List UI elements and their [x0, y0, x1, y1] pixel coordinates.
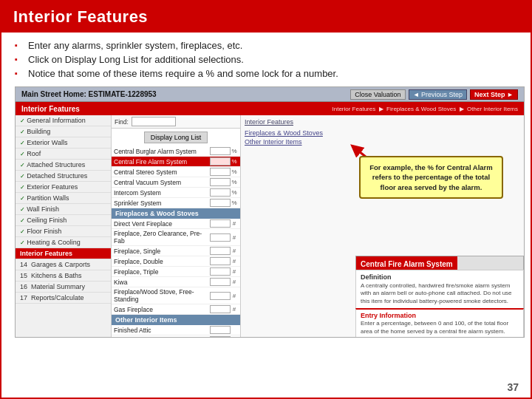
slide-title: Interior Features [1, 1, 531, 33]
other-items-header: Other Interior Items [112, 315, 240, 325]
single-input[interactable] [210, 247, 231, 255]
feature-row-sprinkler[interactable]: Sprinkler System % [112, 198, 240, 208]
top-bar: Main Street Home: ESTIMATE-1228953 Close… [16, 87, 524, 102]
sidebar-item-building[interactable]: Building [16, 126, 111, 137]
intercom-input[interactable] [210, 188, 231, 197]
feature-row-finished-attic[interactable]: Finished Attic [112, 325, 240, 335]
sidebar-item-garages[interactable]: 14 Garages & Carports [16, 259, 111, 270]
feature-row-vacuum[interactable]: Central Vacuum System % [112, 177, 240, 188]
estimate-label: Main Street Home: ESTIMATE-1228953 [21, 90, 157, 98]
sidebar-item-roof[interactable]: Roof [16, 149, 111, 160]
find-input[interactable] [132, 117, 176, 126]
vacuum-input[interactable] [210, 178, 231, 186]
tooltip-bubble: For example, the % for Central Alarm ref… [359, 156, 503, 199]
sidebar-item-heating[interactable]: Heating & Cooling [16, 237, 111, 248]
burglar-input[interactable] [210, 147, 231, 155]
feature-row-french-doors[interactable]: French Doors (count each door) # [112, 335, 240, 338]
bullet-2: Click on Display Long List for additiona… [15, 54, 517, 65]
feature-row-stereo[interactable]: Central Stereo System % [112, 167, 240, 177]
entry-info-box: Entry Information Enter a percentage, be… [355, 308, 524, 338]
section-title: Interior Features [21, 105, 80, 113]
freestanding-input[interactable] [210, 292, 231, 300]
bullet-1: Enter any alarms, sprinkler system, fire… [15, 40, 517, 51]
section-nav: Interior Features ▶ Fireplaces & Wood St… [332, 106, 519, 112]
right-link-fireplaces[interactable]: Fireplaces & Wood Stoves [241, 129, 524, 137]
find-label: Find: [115, 118, 129, 126]
stereo-input[interactable] [210, 168, 231, 176]
sidebar-item-exterior-walls[interactable]: Exterior Walls [16, 137, 111, 149]
right-panel-nav-link[interactable]: Interior Features [245, 118, 293, 126]
feature-row-zero-clearance[interactable]: Fireplace, Zero Clearance, Pre-Fab # [112, 229, 240, 246]
sidebar-item-reports[interactable]: 17 Reports/Calculate [16, 293, 111, 304]
page-number: 37 [507, 381, 519, 393]
sidebar-item-material[interactable]: 16 Material Summary [16, 282, 111, 293]
finished-attic-input[interactable] [210, 326, 231, 334]
feature-row-direct-vent[interactable]: Direct Vent Fireplace # [112, 219, 240, 229]
main-content: General Information Building Exterior Wa… [16, 115, 524, 338]
sidebar-item-wall-finish[interactable]: Wall Finish [16, 204, 111, 215]
feature-row-kiwa[interactable]: Kiwa # [112, 277, 240, 287]
triple-input[interactable] [210, 267, 231, 276]
fireplaces-header: Fireplaces & Wood Stoves [112, 208, 240, 219]
feature-row-freestanding[interactable]: Fireplace/Wood Stove, Free-Standing # [112, 287, 240, 304]
feature-row-gas[interactable]: Gas Fireplace # [112, 304, 240, 315]
feature-row-double[interactable]: Fireplace, Double # [112, 256, 240, 267]
fire-input[interactable] [210, 157, 231, 166]
sprinkler-input[interactable] [210, 199, 231, 207]
feature-row-triple[interactable]: Fireplace, Triple # [112, 267, 240, 277]
gas-input[interactable] [210, 305, 231, 313]
right-link-other[interactable]: Other Interior Items [241, 137, 524, 146]
feature-row-burglar[interactable]: Central Burglar Alarm System % [112, 146, 240, 157]
screenshot-area: Main Street Home: ESTIMATE-1228953 Close… [15, 86, 525, 338]
direct-vent-input[interactable] [210, 219, 231, 228]
slide-body: Enter any alarms, sprinkler system, fire… [1, 33, 531, 345]
definition-text: A centrally controlled, hardwired fire/s… [361, 282, 519, 305]
prev-step-button[interactable]: ◄ Previous Step [409, 89, 467, 100]
feature-row-single[interactable]: Fireplace, Single # [112, 246, 240, 256]
feature-row-intercom[interactable]: Intercom System % [112, 188, 240, 198]
sidebar-item-detached[interactable]: Detached Structures [16, 171, 111, 182]
top-bar-buttons: Close Valuation ◄ Previous Step Next Ste… [350, 89, 518, 100]
sidebar-item-general[interactable]: General Information [16, 115, 111, 126]
double-input[interactable] [210, 257, 231, 265]
sidebar-item-interior[interactable]: Interior Features [16, 248, 111, 259]
left-sidebar: General Information Building Exterior Wa… [16, 115, 112, 338]
entry-title: Entry Information [361, 312, 519, 319]
next-step-button[interactable]: Next Step ► [470, 89, 518, 100]
sidebar-item-floor[interactable]: Floor Finish [16, 226, 111, 237]
definition-box: Definition A centrally controlled, hardw… [355, 270, 524, 309]
center-col: Find: Display Long List Central Burglar … [112, 115, 241, 338]
second-bar: Interior Features Interior Features ▶ Fi… [16, 102, 524, 115]
sidebar-item-partition[interactable]: Partition Walls [16, 193, 111, 204]
close-valuation-button[interactable]: Close Valuation [350, 89, 405, 100]
sidebar-item-ceiling[interactable]: Ceiling Finish [16, 215, 111, 226]
zero-clearance-input[interactable] [210, 233, 231, 242]
right-panel: Interior Features Fireplaces & Wood Stov… [241, 115, 524, 338]
definition-title: Definition [361, 273, 519, 281]
sidebar-item-attached[interactable]: Attached Structures [16, 160, 111, 171]
slide-container: Interior Features Enter any alarms, spri… [0, 0, 532, 399]
sidebar-item-kitchens[interactable]: 15 Kitchens & Baths [16, 270, 111, 282]
french-doors-input[interactable] [210, 336, 231, 338]
feature-row-fire[interactable]: Central Fire Alarm System % [112, 157, 240, 167]
kiwa-input[interactable] [210, 278, 231, 286]
sidebar-item-exterior-feat[interactable]: Exterior Features [16, 182, 111, 193]
display-long-list-button[interactable]: Display Long List [144, 132, 208, 143]
bullet-list: Enter any alarms, sprinkler system, fire… [15, 40, 517, 79]
entry-text: Enter a percentage, between 0 and 100, o… [361, 320, 519, 335]
bullet-3: Notice that some of these items require … [15, 68, 517, 79]
